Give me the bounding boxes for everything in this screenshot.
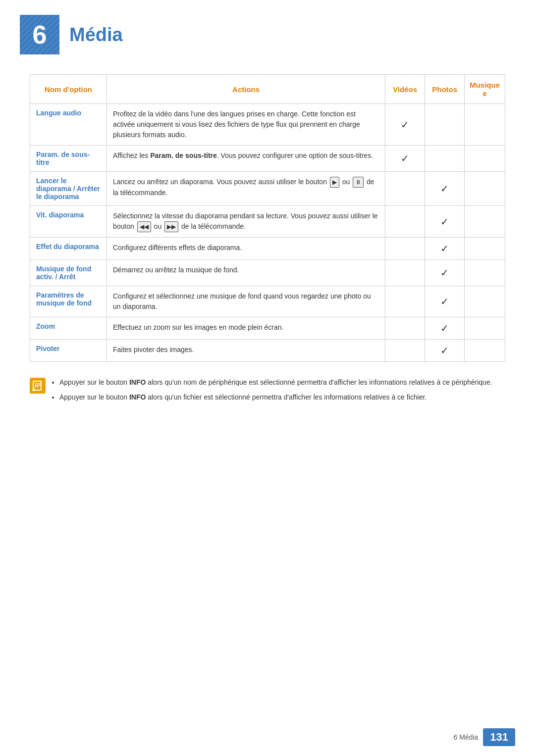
row-check-videos [385, 286, 425, 317]
note-icon [30, 378, 46, 394]
row-action: Affichez les Param. de sous-titre. Vous … [107, 146, 385, 172]
row-check-photos: ✓ [425, 317, 465, 340]
row-nom: Langue audio [30, 104, 107, 146]
row-check-videos [385, 206, 425, 238]
row-nom: Zoom [30, 317, 107, 340]
chapter-block: 6 [20, 15, 59, 54]
row-check-photos [425, 104, 465, 146]
table-row: Musique de fond activ. / Arrêt Démarrez … [30, 260, 505, 286]
note-item: Appuyer sur le bouton INFO alors qu'un n… [59, 377, 492, 388]
row-action: Lancez ou arrêtez un diaporama. Vous pou… [107, 172, 385, 206]
row-check-videos: ✓ [385, 104, 425, 146]
options-table: Nom d'option Actions Vidéos Photos Musiq… [30, 74, 505, 362]
row-action: Faites pivoter des images. [107, 340, 385, 362]
page-footer: 6 Média 131 [453, 728, 515, 746]
chapter-title: Média [69, 24, 123, 46]
row-check-photos: ✓ [425, 238, 465, 260]
row-check-photos: ✓ [425, 260, 465, 286]
row-check-musique [465, 206, 505, 238]
row-check-photos: ✓ [425, 206, 465, 238]
note-item: Appuyer sur le bouton INFO alors qu'un f… [59, 392, 492, 403]
row-check-photos: ✓ [425, 286, 465, 317]
table-row: Zoom Effectuez un zoom sur les images en… [30, 317, 505, 340]
page-header: 6 Média [0, 0, 535, 64]
table-row: Pivoter Faites pivoter des images. ✓ [30, 340, 505, 362]
footer-page-number: 131 [483, 728, 515, 746]
row-check-musique [465, 104, 505, 146]
row-nom: Musique de fond activ. / Arrêt [30, 260, 107, 286]
row-action: Démarrez ou arrêtez la musique de fond. [107, 260, 385, 286]
table-row: Effet du diaporama Configurez différents… [30, 238, 505, 260]
row-nom: Lancer le diaporama / Arrêter le diapora… [30, 172, 107, 206]
table-row: Langue audio Profitez de la vidéo dans l… [30, 104, 505, 146]
notes-list: Appuyer sur le bouton INFO alors qu'un n… [51, 377, 492, 407]
row-nom: Effet du diaporama [30, 238, 107, 260]
row-check-photos: ✓ [425, 172, 465, 206]
header-musique: Musiquee [465, 75, 505, 104]
table-row: Paramètres de musique de fond Configurez… [30, 286, 505, 317]
row-action: Effectuez un zoom sur les images en mode… [107, 317, 385, 340]
row-nom: Paramètres de musique de fond [30, 286, 107, 317]
row-check-videos [385, 340, 425, 362]
table-row: Lancer le diaporama / Arrêter le diapora… [30, 172, 505, 206]
row-nom: Param. de sous-titre [30, 146, 107, 172]
row-check-musique [465, 340, 505, 362]
row-check-photos [425, 146, 465, 172]
header-nom: Nom d'option [30, 75, 107, 104]
row-check-musique [465, 260, 505, 286]
row-nom: Vit. diaporama [30, 206, 107, 238]
row-check-musique [465, 146, 505, 172]
header-photos: Photos [425, 75, 465, 104]
row-check-photos: ✓ [425, 340, 465, 362]
row-action: Profitez de la vidéo dans l'une des lang… [107, 104, 385, 146]
header-actions: Actions [107, 75, 385, 104]
footer-chapter-label: 6 Média [453, 733, 478, 741]
row-check-musique [465, 286, 505, 317]
row-check-musique [465, 172, 505, 206]
row-check-musique [465, 238, 505, 260]
row-check-videos [385, 317, 425, 340]
note-icon-svg [32, 380, 43, 391]
row-check-videos [385, 260, 425, 286]
row-action: Configurez et sélectionnez une musique d… [107, 286, 385, 317]
main-content: Nom d'option Actions Vidéos Photos Musiq… [0, 64, 535, 427]
row-check-videos [385, 172, 425, 206]
row-check-musique [465, 317, 505, 340]
row-nom: Pivoter [30, 340, 107, 362]
header-videos: Vidéos [385, 75, 425, 104]
row-action: Sélectionnez la vitesse du diaporama pen… [107, 206, 385, 238]
row-action: Configurez différents effets de diaporam… [107, 238, 385, 260]
row-check-videos: ✓ [385, 146, 425, 172]
row-check-videos [385, 238, 425, 260]
notes-section: Appuyer sur le bouton INFO alors qu'un n… [30, 377, 505, 407]
table-row: Param. de sous-titre Affichez les Param.… [30, 146, 505, 172]
table-row: Vit. diaporama Sélectionnez la vitesse d… [30, 206, 505, 238]
